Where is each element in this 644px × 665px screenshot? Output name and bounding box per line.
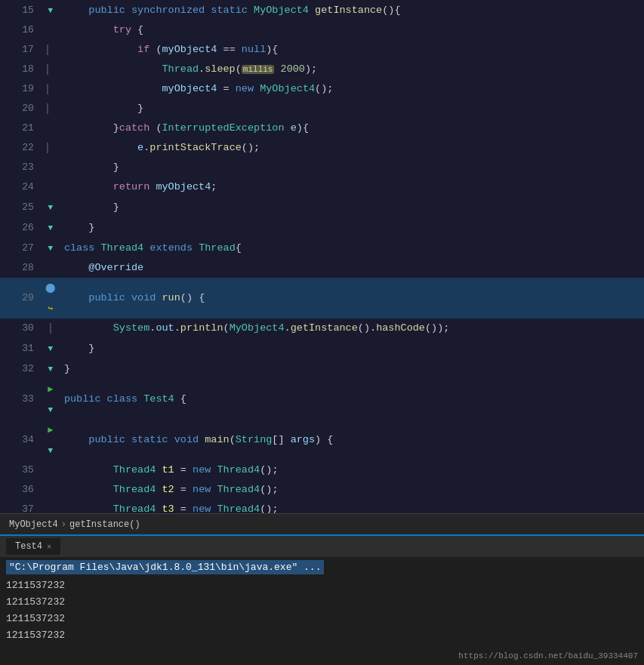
gutter-37	[43, 500, 58, 513]
terminal-output-line-1: 1211537232	[6, 577, 638, 594]
code-line-31: }	[58, 338, 644, 359]
line-number: 34	[0, 420, 43, 460]
code-line-37: Thread4 t3 = new Thread4();	[58, 500, 644, 513]
code-line-29: public void run() {	[58, 278, 644, 319]
code-line-20: }	[58, 99, 644, 119]
line-number: 22	[0, 138, 43, 158]
code-line-25: }	[58, 197, 644, 217]
table-row: 23 }	[0, 158, 644, 177]
terminal-area: "C:\Program Files\Java\jdk1.8.0_131\bin\…	[0, 557, 644, 665]
table-row: 27 ▼ class Thread4 extends Thread{	[0, 238, 644, 258]
gutter-30: |	[43, 319, 58, 338]
code-line-23: }	[58, 158, 644, 177]
table-row: 16 try {	[0, 20, 644, 40]
line-number: 16	[0, 20, 43, 40]
gutter-25[interactable]: ▼	[43, 197, 58, 217]
table-row: 18 | Thread.sleep(millis 2000);	[0, 60, 644, 79]
table-row: 22 | e.printStackTrace();	[0, 138, 644, 158]
breadcrumb-class[interactable]: MyObject4	[9, 519, 58, 530]
terminal-footer-link[interactable]: https://blog.csdn.net/baidu_39334407	[458, 651, 638, 660]
code-line-30: System.out.println(MyObject4.getInstance…	[58, 319, 644, 338]
line-number: 23	[0, 158, 43, 177]
terminal-tab-close[interactable]: ✕	[47, 542, 51, 551]
code-line-15: public synchronized static MyObject4 get…	[58, 0, 644, 20]
gutter-17: |	[43, 40, 58, 60]
terminal-tab-label: Test4	[15, 541, 42, 552]
line-number: 36	[0, 480, 43, 500]
line-number: 35	[0, 460, 43, 480]
table-row: 36 Thread4 t2 = new Thread4();	[0, 480, 644, 500]
gutter-35	[43, 460, 58, 480]
gutter-20: |	[43, 99, 58, 119]
line-number: 27	[0, 238, 43, 258]
code-line-34: public static void main(String[] args) {	[58, 420, 644, 460]
line-number: 24	[0, 177, 43, 197]
breadcrumb-method[interactable]: getInstance()	[69, 519, 140, 530]
gutter-34[interactable]: ▶ ▼	[43, 420, 58, 460]
table-row: 33 ▶ ▼ public class Test4 {	[0, 379, 644, 420]
gutter-24	[43, 177, 58, 197]
line-number: 18	[0, 60, 43, 79]
line-number: 20	[0, 99, 43, 119]
table-row: 32 ▼ }	[0, 359, 644, 379]
code-line-22: e.printStackTrace();	[58, 138, 644, 158]
line-number: 21	[0, 119, 43, 138]
table-row: 31 ▼ }	[0, 338, 644, 359]
table-row: 28 @Override	[0, 258, 644, 278]
code-line-27: class Thread4 extends Thread{	[58, 238, 644, 258]
table-row: 37 Thread4 t3 = new Thread4();	[0, 500, 644, 513]
gutter-15[interactable]: ▼	[43, 0, 58, 20]
table-row: 20 | }	[0, 99, 644, 119]
code-line-26: }	[58, 217, 644, 238]
code-line-16: try {	[58, 20, 644, 40]
line-number: 29	[0, 278, 43, 319]
table-row: 15 ▼ public synchronized static MyObject…	[0, 0, 644, 20]
gutter-23	[43, 158, 58, 177]
terminal-output-line-2: 1211537232	[6, 594, 638, 611]
gutter-26[interactable]: ▼	[43, 217, 58, 238]
terminal-output-line-4: 1211537232	[6, 627, 638, 644]
terminal-tab-bar: Test4 ✕	[0, 534, 644, 557]
line-number: 26	[0, 217, 43, 238]
line-number: 28	[0, 258, 43, 278]
terminal-output: 1211537232 1211537232 1211537232 1211537…	[6, 577, 638, 644]
code-table: 15 ▼ public synchronized static MyObject…	[0, 0, 644, 513]
code-line-24: return myObject4;	[58, 177, 644, 197]
table-row: 25 ▼ }	[0, 197, 644, 217]
table-row: 17 | if (myObject4 == null){	[0, 40, 644, 60]
table-row: 19 | myObject4 = new MyObject4();	[0, 79, 644, 99]
line-number: 30	[0, 319, 43, 338]
table-row: 29 ⬤ ↪ public void run() {	[0, 278, 644, 319]
code-line-32: }	[58, 359, 644, 379]
gutter-27[interactable]: ▼	[43, 238, 58, 258]
line-number: 15	[0, 0, 43, 20]
terminal-command: "C:\Program Files\Java\jdk1.8.0_131\bin\…	[6, 560, 638, 577]
table-row: 35 Thread4 t1 = new Thread4();	[0, 460, 644, 480]
gutter-29[interactable]: ⬤ ↪	[43, 278, 58, 319]
editor-area: 15 ▼ public synchronized static MyObject…	[0, 0, 644, 513]
line-number: 25	[0, 197, 43, 217]
gutter-33[interactable]: ▶ ▼	[43, 379, 58, 420]
line-number: 17	[0, 40, 43, 60]
terminal-cmd-text: "C:\Program Files\Java\jdk1.8.0_131\bin\…	[6, 560, 324, 574]
terminal-output-line-3: 1211537232	[6, 611, 638, 627]
terminal-tab-test4[interactable]: Test4 ✕	[6, 538, 60, 555]
gutter-19: |	[43, 79, 58, 99]
table-row: 34 ▶ ▼ public static void main(String[] …	[0, 420, 644, 460]
code-line-17: if (myObject4 == null){	[58, 40, 644, 60]
gutter-28	[43, 258, 58, 278]
line-number: 19	[0, 79, 43, 99]
gutter-32[interactable]: ▼	[43, 359, 58, 379]
table-row: 26 ▼ }	[0, 217, 644, 238]
code-line-35: Thread4 t1 = new Thread4();	[58, 460, 644, 480]
gutter-18: |	[43, 60, 58, 79]
breadcrumb-separator: ›	[61, 519, 66, 530]
table-row: 21 }catch (InterruptedException e){	[0, 119, 644, 138]
gutter-21	[43, 119, 58, 138]
gutter-31[interactable]: ▼	[43, 338, 58, 359]
line-number: 31	[0, 338, 43, 359]
breadcrumb-bar: MyObject4 › getInstance()	[0, 513, 644, 534]
line-number: 37	[0, 500, 43, 513]
table-row: 30 | System.out.println(MyObject4.getIns…	[0, 319, 644, 338]
code-line-28: @Override	[58, 258, 644, 278]
